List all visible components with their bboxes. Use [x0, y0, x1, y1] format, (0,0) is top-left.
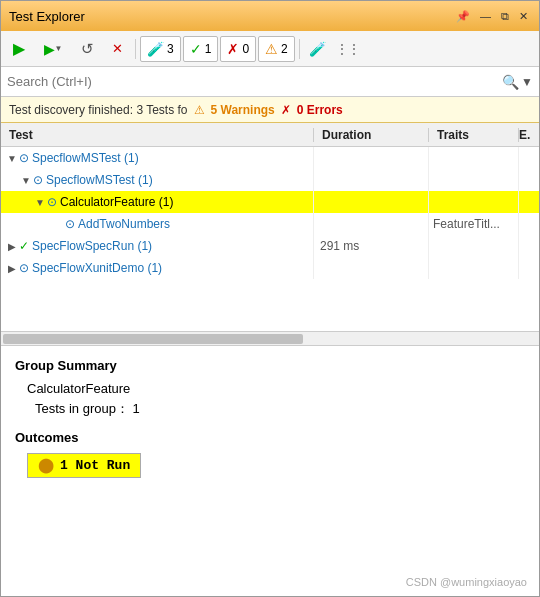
watermark: CSDN @wumingxiaoyao — [406, 576, 527, 588]
passed-tests-badge[interactable]: ✓ 1 — [183, 36, 219, 62]
refresh-icon: ↺ — [81, 40, 94, 58]
window-title: Test Explorer — [9, 9, 453, 24]
filter-button[interactable]: 🧪 — [304, 35, 332, 63]
outcome-label: 1 Not Run — [60, 458, 130, 473]
search-icon: 🔍 — [502, 74, 519, 90]
run-all-button[interactable]: ▶ — [5, 35, 33, 63]
warnings-count: 5 Warnings — [211, 103, 275, 117]
expand-icon[interactable]: ▶ — [5, 263, 19, 274]
minimize-button[interactable]: — — [477, 9, 494, 23]
traits-cell — [429, 257, 519, 279]
not-run-icon: ⬤ — [38, 457, 54, 474]
cancel-button[interactable]: ✕ — [103, 35, 131, 63]
e-cell — [519, 191, 539, 213]
status-bar: Test discovery finished: 3 Tests fo ⚠ 5 … — [1, 97, 539, 123]
search-bar: 🔍 ▼ — [1, 67, 539, 97]
list-item[interactable]: ▼ ⊙ CalculatorFeature (1) — [1, 191, 539, 213]
duration-cell — [314, 191, 429, 213]
expand-icon[interactable]: ▼ — [5, 153, 19, 164]
e-cell — [519, 257, 539, 279]
refresh-button[interactable]: ↺ — [73, 35, 101, 63]
warning-count: 2 — [281, 42, 288, 56]
more-options-button[interactable]: ⋮⋮ — [334, 35, 362, 63]
run-selected-icon: ▶ — [44, 41, 55, 57]
test-name: SpecFlowXunitDemo (1) — [32, 261, 162, 275]
list-item[interactable]: ⊙ AddTwoNumbers FeatureTitl... — [1, 213, 539, 235]
flask-icon: 🧪 — [147, 41, 164, 57]
horizontal-scrollbar[interactable] — [1, 332, 539, 346]
list-item[interactable]: ▼ ⊙ SpecflowMSTest (1) — [1, 169, 539, 191]
group-summary-title: Group Summary — [15, 358, 525, 373]
list-item[interactable]: ▼ ⊙ SpecflowMSTest (1) — [1, 147, 539, 169]
scroll-thumb[interactable] — [3, 334, 303, 344]
test-info-icon: ⊙ — [19, 261, 29, 275]
total-tests-badge[interactable]: 🧪 3 — [140, 36, 181, 62]
expand-icon[interactable]: ▼ — [19, 175, 33, 186]
separator-1 — [135, 39, 136, 59]
test-name: CalculatorFeature (1) — [60, 195, 173, 209]
list-item[interactable]: ▶ ⊙ SpecFlowXunitDemo (1) — [1, 257, 539, 279]
run-dropdown-arrow: ▼ — [55, 44, 63, 53]
check-icon: ✓ — [190, 41, 202, 57]
test-pass-icon: ✓ — [19, 239, 29, 253]
search-input[interactable] — [7, 74, 502, 89]
separator-2 — [299, 39, 300, 59]
test-info-icon: ⊙ — [33, 173, 43, 187]
error-circle-icon: ✗ — [281, 103, 291, 117]
test-info-icon: ⊙ — [65, 217, 75, 231]
col-traits-header: Traits — [429, 128, 519, 142]
tests-in-group: Tests in group： 1 — [35, 400, 525, 418]
traits-cell — [429, 235, 519, 257]
close-button[interactable]: ✕ — [516, 9, 531, 24]
cancel-icon: ✕ — [112, 41, 123, 56]
col-test-header: Test — [1, 128, 314, 142]
errors-count: 0 Errors — [297, 103, 343, 117]
total-count: 3 — [167, 42, 174, 56]
pin-icon[interactable]: 📌 — [453, 9, 473, 24]
failed-count: 0 — [242, 42, 249, 56]
col-e-header: E. — [519, 128, 539, 142]
list-header: Test Duration Traits E. — [1, 123, 539, 147]
traits-cell — [429, 147, 519, 169]
test-name: SpecFlowSpecRun (1) — [32, 239, 152, 253]
warning-tests-badge[interactable]: ⚠ 2 — [258, 36, 295, 62]
float-button[interactable]: ⧉ — [498, 9, 512, 24]
e-cell — [519, 147, 539, 169]
status-message: Test discovery finished: 3 Tests fo — [9, 103, 188, 117]
list-item[interactable]: ▶ ✓ SpecFlowSpecRun (1) 291 ms — [1, 235, 539, 257]
e-cell — [519, 235, 539, 257]
col-duration-header: Duration — [314, 128, 429, 142]
passed-count: 1 — [205, 42, 212, 56]
duration-cell — [314, 169, 429, 191]
traits-cell — [429, 191, 519, 213]
test-name: AddTwoNumbers — [78, 217, 170, 231]
group-name: CalculatorFeature — [27, 381, 525, 396]
window-controls: 📌 — ⧉ ✕ — [453, 9, 531, 24]
test-name: SpecflowMSTest (1) — [32, 151, 139, 165]
duration-cell — [314, 213, 429, 235]
search-dropdown-icon[interactable]: ▼ — [521, 75, 533, 89]
warning-triangle-icon: ⚠ — [194, 103, 205, 117]
tests-in-group-label: Tests in group： — [35, 401, 129, 416]
more-icon: ⋮⋮ — [336, 42, 360, 56]
duration-cell — [314, 147, 429, 169]
test-info-icon: ⊙ — [19, 151, 29, 165]
title-bar: Test Explorer 📌 — ⧉ ✕ — [1, 1, 539, 31]
run-all-icon: ▶ — [13, 39, 25, 58]
warning-icon: ⚠ — [265, 41, 278, 57]
duration-cell: 291 ms — [314, 235, 429, 257]
failed-tests-badge[interactable]: ✗ 0 — [220, 36, 256, 62]
toolbar: ▶ ▶ ▼ ↺ ✕ 🧪 3 ✓ 1 ✗ 0 — [1, 31, 539, 67]
test-info-icon: ⊙ — [47, 195, 57, 209]
traits-cell — [429, 169, 519, 191]
expand-icon[interactable]: ▶ — [5, 241, 19, 252]
expand-icon[interactable]: ▼ — [33, 197, 47, 208]
flask2-icon: 🧪 — [309, 41, 326, 57]
test-name: SpecflowMSTest (1) — [46, 173, 153, 187]
test-list: ▼ ⊙ SpecflowMSTest (1) ▼ ⊙ SpecflowMSTes… — [1, 147, 539, 332]
outcomes-title: Outcomes — [15, 430, 525, 445]
outcome-badge[interactable]: ⬤ 1 Not Run — [27, 453, 141, 478]
tests-in-group-count: 1 — [133, 401, 140, 416]
run-selected-button[interactable]: ▶ ▼ — [35, 35, 71, 63]
e-cell — [519, 169, 539, 191]
